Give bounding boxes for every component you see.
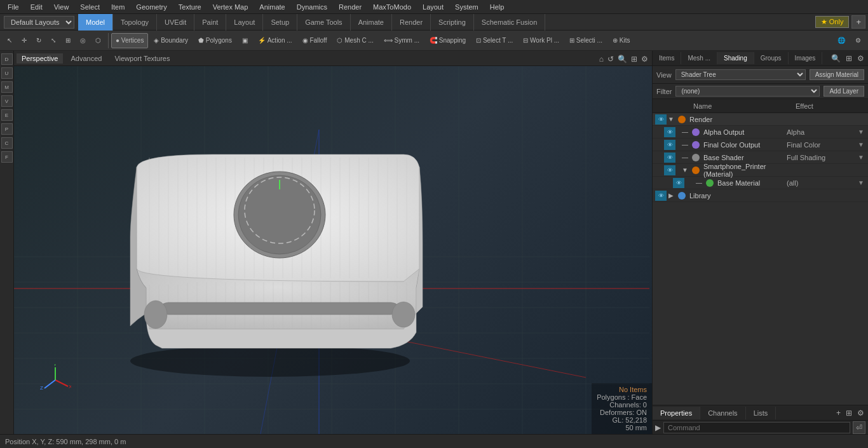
tool-scale[interactable]: ⤡ <box>46 33 60 48</box>
shader-item-smartphone[interactable]: 👁 ▼ Smartphone_Printer (Material) <box>653 164 868 177</box>
eye-library[interactable]: 👁 <box>655 191 667 201</box>
shader-item-base-material[interactable]: 👁 — Base Material (all) ▼ <box>653 177 868 189</box>
left-tool-3[interactable]: M <box>1 81 13 93</box>
layout-tab-uvedit[interactable]: UVEdit <box>157 14 194 31</box>
tool-extra1[interactable]: ◎ <box>76 33 90 48</box>
layouts-dropdown[interactable]: Default Layouts <box>4 16 74 29</box>
left-tool-4[interactable]: V <box>1 95 13 107</box>
vp-tab-perspective[interactable]: Perspective <box>17 53 63 64</box>
shader-item-final-color[interactable]: 👁 — Final Color Output Final Color ▼ <box>653 139 868 151</box>
menu-vertex-map[interactable]: Vertex Map <box>208 2 254 12</box>
rp-search-button[interactable]: 🔍 <box>830 53 842 64</box>
menu-select[interactable]: Select <box>75 2 105 12</box>
rp-expand-button[interactable]: ⊞ <box>844 53 853 64</box>
menu-edit[interactable]: Edit <box>25 2 48 12</box>
command-enter[interactable]: ⏎ <box>853 421 865 434</box>
tool-extra2[interactable]: ⬡ <box>91 33 105 48</box>
layout-tab-render[interactable]: Render <box>392 14 431 31</box>
work-pl-button[interactable]: ⊟ Work Pl ... <box>519 33 564 48</box>
shader-item-alpha-output[interactable]: 👁 — Alpha Output Alpha ▼ <box>653 126 868 139</box>
tool-move[interactable]: ✛ <box>17 33 31 48</box>
vp-tab-advanced[interactable]: Advanced <box>65 53 107 64</box>
eye-smartphone[interactable]: 👁 <box>664 165 675 175</box>
expand-final-color[interactable]: — <box>681 141 689 148</box>
eye-render[interactable]: 👁 <box>655 114 667 125</box>
menu-maxtomodo[interactable]: MaxToModo <box>368 2 416 12</box>
symm-button[interactable]: ⟺ Symm ... <box>379 33 424 48</box>
shader-item-render[interactable]: 👁 ▼ Render <box>653 113 868 126</box>
bt-settings-button[interactable]: ⚙ <box>856 407 865 419</box>
layout-tab-animate[interactable]: Animate <box>351 14 392 31</box>
expand-library[interactable]: ▶ <box>667 192 675 199</box>
menu-texture[interactable]: Texture <box>173 2 207 12</box>
vp-search-button[interactable]: 🔍 <box>616 53 628 65</box>
tool-select[interactable]: ↖ <box>3 33 17 48</box>
eye-base-shader[interactable]: 👁 <box>664 153 675 163</box>
bt-expand-button[interactable]: ⊞ <box>844 407 853 419</box>
vp-refresh-button[interactable]: ↺ <box>606 53 615 65</box>
command-input[interactable] <box>663 422 850 433</box>
expand-base-shader[interactable]: — <box>681 154 689 161</box>
selecti-button[interactable]: ⊞ Selecti ... <box>565 33 607 48</box>
kits-button[interactable]: ⊕ Kits <box>608 33 634 48</box>
assign-material-button[interactable]: Assign Material <box>810 69 864 80</box>
rp-tab-mesh[interactable]: Mesh ... <box>681 52 717 64</box>
menu-help[interactable]: Help <box>485 2 510 12</box>
viewport[interactable]: Perspective Advanced Viewport Textures ⌂… <box>14 51 652 434</box>
shader-filter-select[interactable]: (none) <box>675 86 820 97</box>
tool-rotate[interactable]: ↻ <box>32 33 46 48</box>
menu-item[interactable]: Item <box>106 2 130 12</box>
action-button[interactable]: ⚡ Action ... <box>254 33 297 48</box>
bt-tab-lists[interactable]: Lists <box>746 407 776 419</box>
menu-dynamics[interactable]: Dynamics <box>292 2 332 12</box>
menu-layout[interactable]: Layout <box>417 2 449 12</box>
menu-file[interactable]: File <box>3 2 24 12</box>
menu-render[interactable]: Render <box>334 2 367 12</box>
layout-tab-schematic-fusion[interactable]: Schematic Fusion <box>474 14 545 31</box>
eye-final-color[interactable]: 👁 <box>664 140 675 150</box>
left-tool-5[interactable]: E <box>1 109 13 121</box>
layout-tab-layout[interactable]: Layout <box>226 14 263 31</box>
only-button[interactable]: ★ Only <box>815 16 850 28</box>
rp-settings-button[interactable]: ⚙ <box>856 53 865 64</box>
layout-tab-paint[interactable]: Paint <box>194 14 226 31</box>
expand-base-material[interactable]: — <box>695 179 703 186</box>
rp-tab-items[interactable]: Items <box>653 52 681 64</box>
tool-transform[interactable]: ⊞ <box>61 33 75 48</box>
bt-tab-channels[interactable]: Channels <box>700 407 745 419</box>
rp-tab-groups[interactable]: Groups <box>754 52 789 64</box>
viewport-settings-button[interactable]: ⚙ <box>851 33 865 48</box>
polygons-button[interactable]: ⬟ Polygons <box>194 33 236 48</box>
vp-settings-button[interactable]: ⚙ <box>640 53 649 65</box>
select-t-button[interactable]: ⊡ Select T ... <box>471 33 517 48</box>
left-tool-8[interactable]: F <box>1 151 13 163</box>
falloff-button[interactable]: ◉ Falloff <box>298 33 332 48</box>
layout-tab-game-tools[interactable]: Game Tools <box>297 14 351 31</box>
add-layout-button[interactable]: + <box>851 15 865 29</box>
viewport-content[interactable]: X Y Z No Items Polygons : Face Channels:… <box>14 66 652 434</box>
menu-system[interactable]: System <box>450 2 484 12</box>
rp-tab-shading[interactable]: Shading <box>717 52 754 64</box>
eye-base-material[interactable]: 👁 <box>673 178 684 188</box>
layout-tab-model[interactable]: Model <box>78 14 113 31</box>
rp-tab-images[interactable]: Images <box>789 52 823 64</box>
shader-tree-view-select[interactable]: Shader Tree <box>675 69 806 80</box>
left-tool-6[interactable]: P <box>1 123 13 135</box>
left-tool-1[interactable]: D <box>1 53 13 65</box>
menu-geometry[interactable]: Geometry <box>131 2 172 12</box>
bt-tab-properties[interactable]: Properties <box>653 407 700 419</box>
mode-button[interactable]: ▣ <box>238 33 252 48</box>
snapping-button[interactable]: 🧲 Snapping <box>425 33 470 48</box>
vp-tab-viewport-textures[interactable]: Viewport Textures <box>109 53 175 64</box>
command-arrow[interactable]: ▶ <box>655 423 661 432</box>
menu-animate[interactable]: Animate <box>254 2 290 12</box>
vertices-button[interactable]: ● Vertices <box>111 33 148 48</box>
viewport-globe-button[interactable]: 🌐 <box>833 33 850 48</box>
bt-add-button[interactable]: + <box>835 407 842 419</box>
expand-render[interactable]: ▼ <box>667 116 675 123</box>
expand-smartphone[interactable]: ▼ <box>681 166 689 173</box>
layout-tab-topology[interactable]: Topology <box>113 14 157 31</box>
boundary-button[interactable]: ◈ Boundary <box>149 33 193 48</box>
expand-alpha-output[interactable]: — <box>681 128 689 135</box>
layout-tab-scripting[interactable]: Scripting <box>431 14 474 31</box>
